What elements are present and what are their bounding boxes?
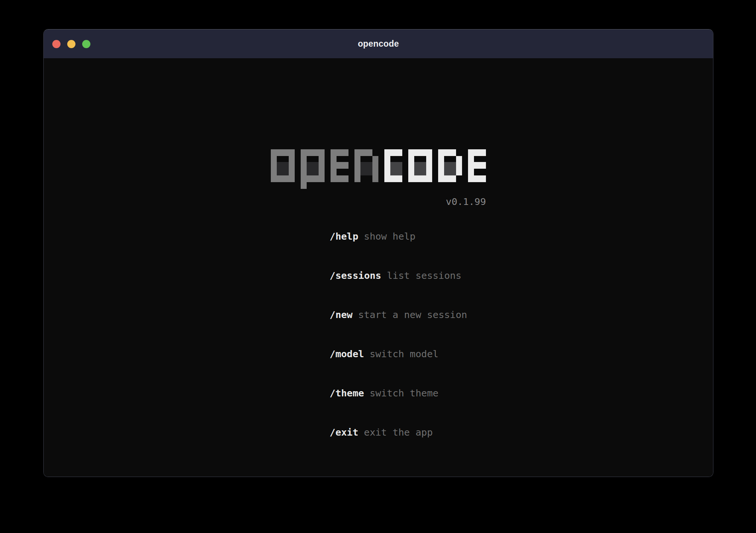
command-description: switch model (370, 348, 439, 359)
app-window: opencode (43, 29, 713, 477)
command-item: /newstart a new session (272, 295, 486, 334)
command-name: /theme (330, 387, 364, 399)
zoom-button[interactable] (82, 40, 90, 48)
command-name: /new (330, 309, 353, 320)
command-name: /sessions (330, 270, 381, 281)
command-description: start a new session (358, 309, 467, 320)
command-item: /helpshow help (272, 217, 486, 256)
command-name: /model (330, 348, 364, 359)
hero-block: v0.1.99 /helpshow help /sessionslist ses… (271, 149, 486, 452)
command-description: list sessions (387, 270, 462, 281)
titlebar[interactable]: opencode (44, 29, 713, 58)
command-item: /sessionslist sessions (272, 256, 486, 295)
close-button[interactable] (52, 40, 61, 48)
command-description: switch theme (370, 387, 439, 399)
minimize-button[interactable] (67, 40, 75, 48)
traffic-lights (52, 29, 90, 58)
command-description: exit the app (364, 427, 433, 438)
opencode-logo (271, 149, 486, 189)
command-item: /themeswitch theme (272, 374, 486, 413)
command-item: /modelswitch model (272, 334, 486, 374)
command-item: /exitexit the app (272, 413, 486, 452)
command-description: show help (364, 231, 415, 242)
command-list: /helpshow help /sessionslist sessions /n… (271, 217, 486, 452)
command-name: /help (330, 231, 359, 242)
window-title: opencode (358, 39, 399, 49)
command-name: /exit (330, 427, 359, 438)
version-label: v0.1.99 (271, 196, 486, 207)
terminal-content: v0.1.99 /helpshow help /sessionslist ses… (44, 149, 713, 477)
